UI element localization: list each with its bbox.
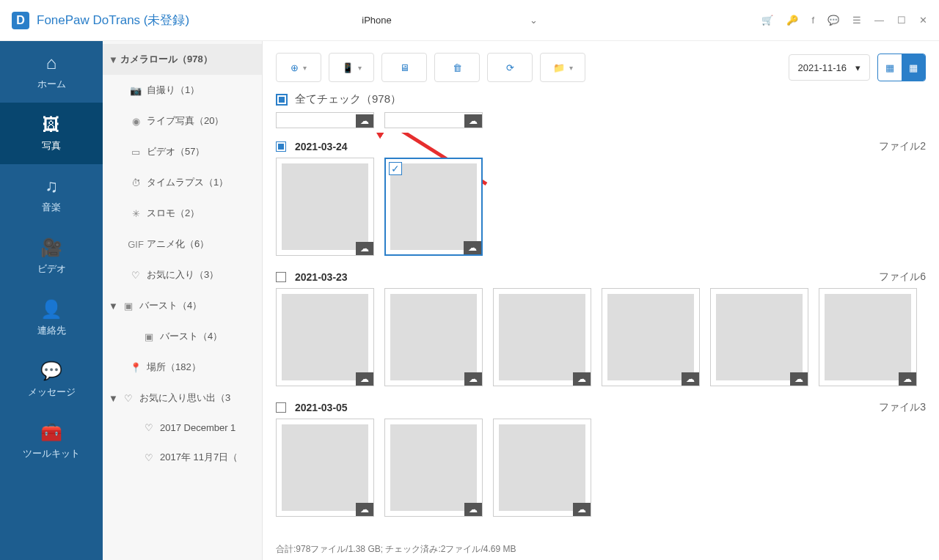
nav-messages[interactable]: 💬メッセージ (0, 349, 103, 410)
cloud-icon: ☁ (356, 503, 373, 516)
nav-photos[interactable]: 🖼写真 (0, 103, 103, 164)
photo-thumbnail[interactable]: ☁ (384, 112, 483, 128)
app-logo: D (12, 12, 29, 29)
nav-home[interactable]: ⌂ホーム (0, 41, 103, 103)
photo-thumbnail[interactable]: ☁ (493, 288, 591, 386)
photo-thumbnail[interactable]: ☁ (710, 288, 808, 386)
checkbox-checked-icon: ✓ (389, 162, 402, 175)
gif-icon: GIF (128, 239, 144, 250)
tree-burst[interactable]: ▼▣バースト（4） (103, 290, 262, 321)
tree-live[interactable]: ◉ライブ写真（20） (103, 106, 262, 136)
tree-gif[interactable]: GIFアニメ化（6） (103, 229, 262, 259)
heart-icon: ♡ (141, 452, 157, 463)
photo-thumbnail[interactable]: ☁ (276, 419, 374, 517)
toolbar: ⊕▾ 📱▾ 🖥 🗑 ⟳ 📁▾ 2021-11-16▾ ▦ ▦ (263, 41, 939, 89)
grid-large-button[interactable]: ▦ (902, 54, 925, 81)
tree-selfie[interactable]: 📷自撮り（1） (103, 75, 262, 106)
key-icon[interactable]: 🔑 (786, 15, 798, 26)
chevron-down-icon: ▾ (303, 64, 307, 72)
tree-places[interactable]: 📍場所（182） (103, 352, 262, 383)
photo-thumbnail[interactable]: ☁ (384, 288, 483, 386)
cloud-icon: ☁ (356, 242, 373, 255)
refresh-icon: ⟳ (506, 62, 514, 73)
video-icon: 🎥 (40, 237, 62, 258)
burst-icon: ▣ (120, 301, 136, 312)
live-icon: ◉ (128, 116, 144, 127)
facebook-icon[interactable]: f (811, 15, 814, 26)
grid-small-button[interactable]: ▦ (878, 54, 902, 81)
cloud-icon: ☁ (356, 114, 373, 128)
cloud-icon: ☁ (573, 503, 591, 516)
nav-video[interactable]: 🎥ビデオ (0, 226, 103, 287)
album-tree: ▼カメラロール（978） 📷自撮り（1） ◉ライブ写真（20） ▭ビデオ（57）… (103, 41, 263, 560)
tree-slomo[interactable]: ✳スロモ（2） (103, 198, 262, 229)
tree-memories[interactable]: ▼♡お気に入り思い出（3 (103, 383, 262, 413)
date-group-header[interactable]: 2021-03-24ファイル2 (276, 133, 926, 158)
chevron-down-icon: ⌄ (530, 15, 538, 26)
delete-button[interactable]: 🗑 (434, 53, 480, 82)
sidebar-nav: ⌂ホーム 🖼写真 ♫音楽 🎥ビデオ 👤連絡先 💬メッセージ 🧰ツールキット (0, 41, 103, 560)
photo-thumbnail[interactable]: ☁ (602, 288, 700, 386)
tree-video[interactable]: ▭ビデオ（57） (103, 136, 262, 167)
cloud-icon: ☁ (682, 372, 699, 386)
tree-camera-roll[interactable]: ▼カメラロール（978） (103, 44, 262, 75)
folder-icon: 📁 (553, 62, 565, 73)
close-icon[interactable]: ✕ (919, 15, 927, 26)
menu-icon[interactable]: ☰ (852, 15, 861, 26)
slomo-icon: ✳ (128, 208, 144, 219)
add-button[interactable]: ⊕▾ (276, 53, 321, 82)
device-selector[interactable]: iPhone ⌄ (343, 10, 549, 31)
cloud-icon: ☁ (899, 372, 916, 386)
photo-thumbnail[interactable]: ☁ (276, 288, 374, 386)
trash-icon: 🗑 (453, 62, 462, 73)
heart-icon: ♡ (128, 270, 144, 281)
photo-thumbnail[interactable]: ☁ (276, 112, 374, 128)
feedback-icon[interactable]: 💬 (827, 15, 839, 26)
date-filter[interactable]: 2021-11-16▾ (789, 54, 871, 81)
checkbox-icon (276, 402, 286, 413)
export-pc-icon: 🖥 (400, 62, 409, 73)
collapse-icon: ▼ (109, 301, 119, 312)
collapse-icon: ▼ (109, 393, 119, 404)
maximize-icon[interactable]: ☐ (897, 15, 906, 26)
plus-icon: ⊕ (291, 62, 299, 73)
cloud-icon: ☁ (356, 372, 373, 386)
home-icon: ⌂ (46, 53, 57, 73)
tree-burst-child[interactable]: ▣バースト（4） (103, 321, 262, 352)
refresh-button[interactable]: ⟳ (487, 53, 533, 82)
minimize-icon[interactable]: — (874, 15, 884, 26)
toolkit-icon: 🧰 (40, 422, 62, 443)
tree-favorite[interactable]: ♡お気に入り（3） (103, 259, 262, 290)
cloud-icon: ☁ (464, 503, 482, 516)
video-small-icon: ▭ (128, 147, 144, 158)
photo-thumbnail[interactable]: ☁ (276, 158, 374, 256)
checkbox-partial-icon (276, 94, 288, 106)
nav-toolkit[interactable]: 🧰ツールキット (0, 410, 103, 472)
cart-icon[interactable]: 🛒 (761, 15, 773, 26)
date-group-header[interactable]: 2021-03-23ファイル6 (276, 263, 926, 288)
date-group-header[interactable]: 2021-03-05ファイル3 (276, 394, 926, 419)
check-all[interactable]: 全てチェック（978） (263, 89, 939, 112)
location-icon: 📍 (128, 362, 144, 373)
cloud-icon: ☁ (790, 372, 808, 386)
export-device-button[interactable]: 📱▾ (329, 53, 374, 82)
tree-memory-item[interactable]: ♡2017年 11月7日（ (103, 442, 262, 473)
nav-music[interactable]: ♫音楽 (0, 164, 103, 226)
tree-timelapse[interactable]: ⏱タイムラプス（1） (103, 167, 262, 198)
cloud-icon: ☁ (464, 241, 481, 254)
checkbox-icon (276, 272, 286, 282)
burst-icon: ▣ (141, 331, 157, 342)
photo-thumbnail[interactable]: ☁ (493, 419, 591, 517)
photo-thumbnail[interactable]: ☁ (384, 419, 483, 517)
export-pc-button[interactable]: 🖥 (381, 53, 427, 82)
status-bar: 合計:978ファイル/1.38 GB; チェック済み:2ファイル/4.69 MB (263, 539, 939, 560)
photo-thumbnail[interactable]: ✓☁ (384, 158, 483, 256)
heart-icon: ♡ (120, 393, 136, 404)
checkbox-partial-icon (276, 141, 286, 152)
folder-button[interactable]: 📁▾ (540, 53, 585, 82)
photo-thumbnail[interactable]: ☁ (819, 288, 917, 386)
view-toggle: ▦ ▦ (877, 54, 926, 81)
titlebar: D FonePaw DoTrans (未登録) iPhone ⌄ 🛒 🔑 f 💬… (0, 0, 939, 41)
tree-memory-item[interactable]: ♡2017 December 1 (103, 413, 262, 442)
nav-contacts[interactable]: 👤連絡先 (0, 287, 103, 349)
